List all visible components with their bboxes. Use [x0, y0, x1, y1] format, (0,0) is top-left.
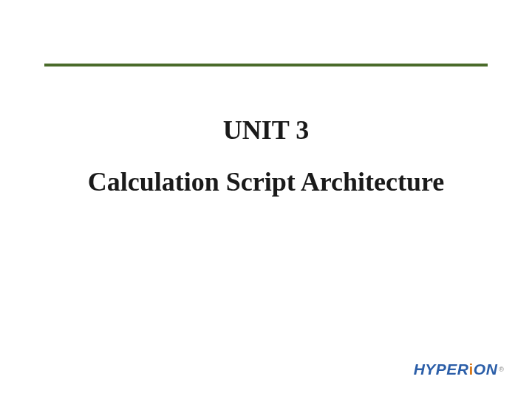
logo-suffix: ON	[474, 361, 498, 378]
slide-title: Calculation Script Architecture	[0, 166, 532, 197]
slide-content: UNIT 3 Calculation Script Architecture	[0, 115, 532, 197]
horizontal-divider	[44, 64, 488, 66]
unit-label: UNIT 3	[0, 115, 532, 146]
registered-mark: ®	[499, 366, 504, 373]
logo-prefix: HYPER	[414, 361, 469, 378]
hyperion-logo: HYPERiON ®	[414, 361, 504, 378]
logo-text: HYPERiON	[414, 361, 498, 378]
